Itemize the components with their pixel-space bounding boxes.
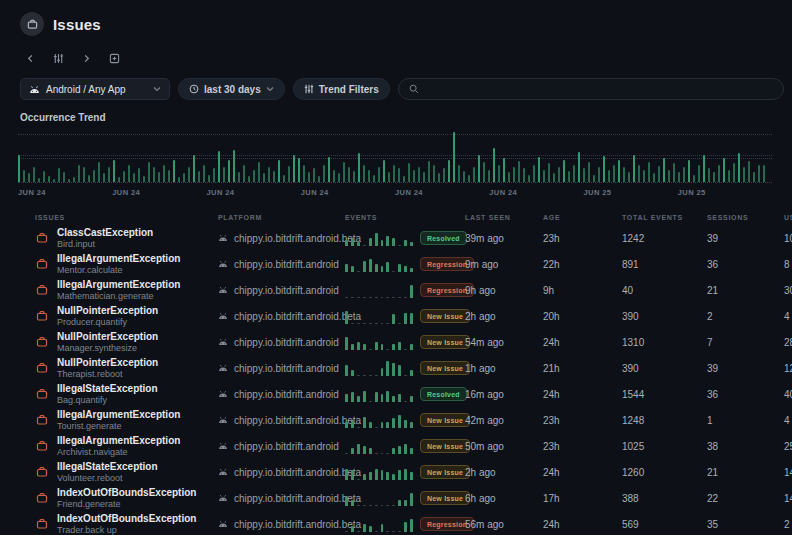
android-icon <box>218 260 228 268</box>
total-events-value: 891 <box>622 259 707 270</box>
spark-gap-dot <box>404 349 407 350</box>
chart-bar <box>753 172 755 182</box>
spark-gap-dot <box>404 297 407 298</box>
spark-bar <box>404 522 407 531</box>
last-seen-value: 54m ago <box>465 337 543 348</box>
issue-row[interactable]: NullPointerExceptionProducer.quantifychi… <box>0 303 792 329</box>
table-body: ClassCastExceptionBird.inputchippy.io.bi… <box>0 225 792 535</box>
users-value: 10 <box>784 233 792 244</box>
age-value: 23h <box>543 233 622 244</box>
chart-bar <box>368 170 370 183</box>
issue-row[interactable]: IllegalArgumentExceptionArchivist.naviga… <box>0 433 792 459</box>
chart-bar <box>588 162 590 182</box>
chart-bar <box>128 165 130 183</box>
chart-bar <box>558 167 560 182</box>
sessions-value: 35 <box>707 519 784 530</box>
axis-tick-label: JUN 24 <box>489 188 583 197</box>
column-header[interactable]: Platform <box>218 214 345 221</box>
age-value: 9h <box>543 285 622 296</box>
sessions-value: 39 <box>707 363 784 374</box>
time-range-filter[interactable]: last 30 days <box>178 78 285 100</box>
total-events-value: 1260 <box>622 467 707 478</box>
trend-filters-button[interactable]: Trend Filters <box>293 78 390 100</box>
spark-gap-dot <box>381 453 384 454</box>
app-selector-value: Android / Any App <box>46 84 147 95</box>
issue-row[interactable]: IndexOutOfBoundsExceptionTrader.back upc… <box>0 511 792 535</box>
spark-gap-dot <box>345 297 348 298</box>
spark-bar <box>392 418 395 427</box>
age-value: 17h <box>543 493 622 504</box>
spark-bar <box>351 392 354 401</box>
spark-gap-dot <box>386 349 389 350</box>
column-header[interactable]: Sessions <box>707 214 784 221</box>
issue-row[interactable]: NullPointerExceptionManager.synthesizech… <box>0 329 792 355</box>
events-sparkline <box>345 439 413 454</box>
app-selector[interactable]: Android / Any App <box>20 78 170 100</box>
users-value: 14 <box>784 493 792 504</box>
occurrence-trend-chart[interactable] <box>18 129 772 183</box>
chart-bar <box>158 172 160 182</box>
issue-row[interactable]: IllegalArgumentExceptionMathematician.ge… <box>0 277 792 303</box>
search-input[interactable] <box>425 84 773 95</box>
spark-bar <box>363 446 366 453</box>
events-sparkline <box>345 517 413 532</box>
add-view-button[interactable] <box>107 51 122 66</box>
spark-bar <box>386 236 389 245</box>
status-badge: New Issue <box>420 335 470 349</box>
issue-row[interactable]: ClassCastExceptionBird.inputchippy.io.bi… <box>0 225 792 251</box>
chart-bar <box>423 172 425 182</box>
chart-bar <box>23 170 25 183</box>
chart-bar <box>743 167 745 182</box>
android-icon <box>218 286 228 294</box>
column-header[interactable]: Age <box>543 214 622 221</box>
issue-row[interactable]: IllegalArgumentExceptionTourist.generate… <box>0 407 792 433</box>
spark-bar <box>381 240 384 246</box>
age-value: 24h <box>543 467 622 478</box>
axis-tick-label: JUN 25 <box>678 188 772 197</box>
chart-bar <box>648 162 650 182</box>
axis-tick-label: JUN 24 <box>18 188 112 197</box>
next-button[interactable] <box>80 52 93 65</box>
issue-title: IllegalStateException <box>57 461 158 473</box>
total-events-value: 1248 <box>622 415 707 426</box>
chart-bar <box>178 177 180 182</box>
chart-bar <box>318 176 320 182</box>
chart-bar <box>523 168 525 182</box>
spark-gap-dot <box>363 323 366 324</box>
issue-row[interactable]: IllegalStateExceptionBag.quantifychippy.… <box>0 381 792 407</box>
spark-gap-dot <box>357 375 360 376</box>
issue-row[interactable]: IllegalStateExceptionVolunteer.rebootchi… <box>0 459 792 485</box>
chevron-down-icon <box>153 86 161 92</box>
events-sparkline <box>345 491 413 506</box>
spark-bar <box>351 344 354 350</box>
chart-bar <box>18 155 20 183</box>
column-header[interactable]: Total Events <box>622 214 707 221</box>
column-header[interactable]: Events <box>345 214 465 221</box>
prev-button[interactable] <box>24 52 37 65</box>
search-box[interactable] <box>398 78 784 100</box>
last-seen-value: 16m ago <box>465 389 543 400</box>
chart-bar <box>213 168 215 182</box>
columns-button[interactable] <box>51 51 66 66</box>
age-value: 24h <box>543 389 622 400</box>
issue-row[interactable]: NullPointerExceptionTherapist.rebootchip… <box>0 355 792 381</box>
spark-bar <box>381 368 384 375</box>
platform-name: chippy.io.bitdrift.android <box>234 259 339 270</box>
chart-bar <box>308 172 310 182</box>
users-value: 25 <box>784 441 792 452</box>
spark-bar <box>410 242 413 246</box>
issue-briefcase-icon <box>36 440 48 452</box>
issue-row[interactable]: IndexOutOfBoundsExceptionFriend.generate… <box>0 485 792 511</box>
column-header[interactable]: Users <box>784 214 792 221</box>
spark-bar <box>345 365 348 376</box>
axis-tick-label: JUN 24 <box>395 188 489 197</box>
spark-gap-dot <box>357 297 360 298</box>
last-seen-value: 9h ago <box>465 285 543 296</box>
issue-row[interactable]: IllegalArgumentExceptionMentor.calculate… <box>0 251 792 277</box>
chart-bar <box>548 163 550 182</box>
column-header[interactable]: Last Seen <box>465 214 543 221</box>
spark-gap-dot <box>357 479 360 480</box>
chart-bar <box>533 165 535 183</box>
android-icon <box>218 520 228 528</box>
column-header[interactable]: Issues <box>35 214 218 221</box>
